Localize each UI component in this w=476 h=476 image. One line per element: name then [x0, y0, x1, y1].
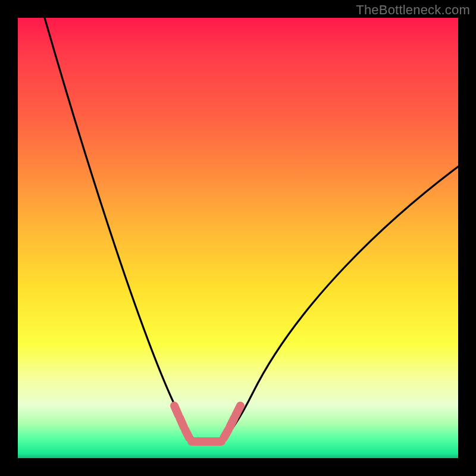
- chart-frame: TheBottleneck.com: [0, 0, 476, 476]
- gradient-plot-area: [18, 18, 458, 458]
- curve-path: [45, 18, 458, 441]
- marker-group: [174, 406, 240, 441]
- bottleneck-curve: [18, 18, 458, 458]
- watermark-text: TheBottleneck.com: [356, 2, 470, 18]
